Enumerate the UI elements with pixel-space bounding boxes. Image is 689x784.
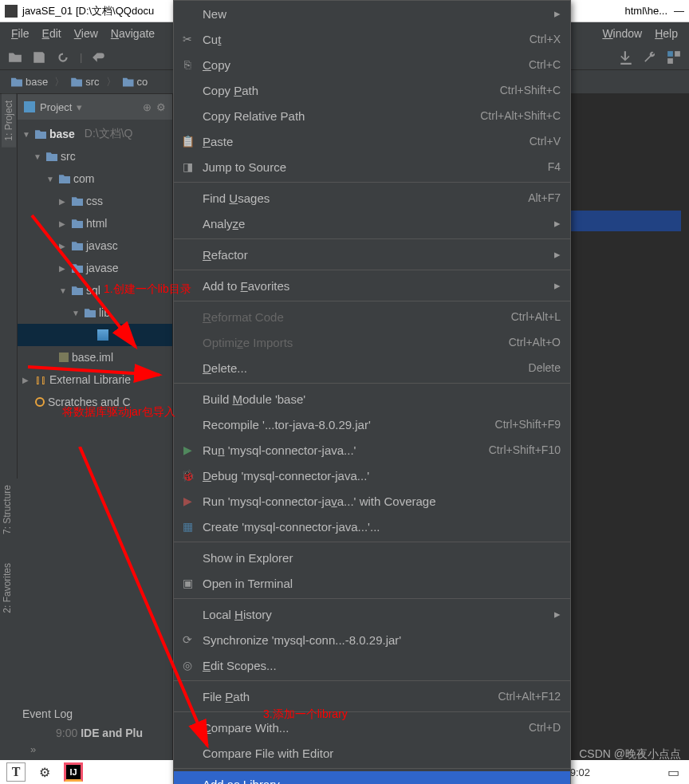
menu-item-icon: ✂ xyxy=(180,32,195,46)
menu-item-label: Analyze xyxy=(203,217,546,230)
settings-icon[interactable]: ⚙ xyxy=(156,101,166,113)
menu-item-label: Refactor xyxy=(203,248,546,262)
structure-icon[interactable] xyxy=(667,50,681,65)
bc-base[interactable]: base xyxy=(6,76,53,88)
menu-item-refactor[interactable]: Refactor▸ xyxy=(174,242,570,267)
svg-rect-0 xyxy=(667,51,673,57)
wrench-icon[interactable] xyxy=(643,50,657,65)
menu-item-label: File Path xyxy=(203,690,490,703)
tree-scratches[interactable]: Scratches and C xyxy=(18,391,172,413)
menu-item-icon xyxy=(180,278,195,293)
menu-item-copy-relative-path[interactable]: Copy Relative PathCtrl+Alt+Shift+C xyxy=(174,103,570,128)
tree-src[interactable]: ▼src xyxy=(18,145,172,167)
collapse-icon[interactable]: ⊕ xyxy=(143,101,152,113)
sb-text-icon[interactable]: T xyxy=(6,762,26,782)
open-icon[interactable] xyxy=(8,50,22,65)
menu-item-label: Copy Path xyxy=(203,84,492,97)
sb-ij-icon[interactable]: IJ xyxy=(64,762,83,782)
tree-external-libraries[interactable]: ▶⫿⫿External Librarie xyxy=(18,368,172,391)
menu-item-edit-scopes[interactable]: ◎Edit Scopes... xyxy=(174,652,570,678)
menu-item-compare-file-with-editor[interactable]: Compare File with Editor xyxy=(174,740,570,766)
menu-item-label: Local History xyxy=(203,608,546,621)
menu-item-icon: ◨ xyxy=(180,160,195,174)
sb-notify-icon[interactable]: ▭ xyxy=(663,762,683,782)
menu-item-icon xyxy=(180,417,195,431)
minimize-icon[interactable]: — xyxy=(674,5,684,17)
sb-gear-icon[interactable]: ⚙ xyxy=(35,762,54,782)
menu-item-run-mysql-connector-java-with-coverage[interactable]: ▶Run 'mysql-connector-java...' with Cove… xyxy=(174,488,570,514)
menu-item-local-history[interactable]: Local History▸ xyxy=(174,601,570,627)
menu-item-paste[interactable]: 📋PasteCtrl+V xyxy=(174,128,570,154)
menu-separator xyxy=(174,383,570,384)
project-path: [D:\文档\QQdocu xyxy=(76,4,154,18)
menu-item-new[interactable]: New▸ xyxy=(174,1,570,26)
tree-com[interactable]: ▼com xyxy=(18,167,172,190)
menu-item-compare-with[interactable]: Compare With...Ctrl+D xyxy=(174,715,570,740)
chevrons-icon[interactable]: » xyxy=(30,743,36,755)
menu-item-icon xyxy=(180,689,195,703)
watermark: CSDN @晚夜小点点 xyxy=(579,747,681,762)
menu-item-icon: ▣ xyxy=(180,576,195,590)
tree-html[interactable]: ▶html xyxy=(18,212,172,234)
menu-item-icon xyxy=(180,335,195,349)
app-icon xyxy=(5,5,18,18)
menu-edit[interactable]: Edit xyxy=(36,27,68,40)
menu-item-icon xyxy=(180,108,195,123)
menu-item-cut[interactable]: ✂CutCtrl+X xyxy=(174,26,570,52)
save-icon[interactable] xyxy=(32,50,46,65)
menu-item-icon xyxy=(180,720,195,735)
tree-css[interactable]: ▶css xyxy=(18,190,172,212)
menu-item-label: Build Module 'base' xyxy=(203,392,561,406)
tree-javase[interactable]: ▶javase xyxy=(18,257,172,279)
menu-item-debug-mysql-connector-java[interactable]: 🐞Debug 'mysql-connector-java...' xyxy=(174,463,570,488)
event-log-title: Event Log xyxy=(22,707,73,720)
folder-icon xyxy=(11,77,22,87)
menu-item-label: Cut xyxy=(203,33,522,46)
tab-favorites[interactable]: 2: Favorites xyxy=(0,557,14,620)
menu-item-recompile-tor-java-8-0-29-jar[interactable]: Recompile '...tor-java-8.0.29.jar'Ctrl+S… xyxy=(174,412,570,437)
menu-item-icon: ▶ xyxy=(180,494,195,508)
menu-shortcut: Ctrl+Shift+C xyxy=(500,84,561,97)
jar-icon xyxy=(97,329,108,341)
menu-item-synchronize-mysql-conn-8-0-29-jar[interactable]: ⟳Synchronize 'mysql-conn...-8.0.29.jar' xyxy=(174,627,570,652)
menu-item-copy[interactable]: ⎘CopyCtrl+C xyxy=(174,52,570,77)
menu-view[interactable]: View xyxy=(68,27,104,40)
menu-item-reformat-code: Reformat CodeCtrl+Alt+L xyxy=(174,304,570,329)
menu-item-icon: ◎ xyxy=(180,658,195,672)
menu-help[interactable]: Help xyxy=(648,27,684,40)
menu-item-label: Delete... xyxy=(203,361,521,375)
menu-file[interactable]: File xyxy=(5,27,36,40)
menu-item-add-as-library[interactable]: Add as Library... xyxy=(174,771,570,784)
menu-item-file-path[interactable]: File PathCtrl+Alt+F12 xyxy=(174,684,570,709)
tree-base-iml[interactable]: base.iml xyxy=(18,346,172,368)
tree-javasc[interactable]: ▶javasc xyxy=(18,234,172,257)
tree-lib[interactable]: ▼lib xyxy=(18,301,172,324)
submenu-arrow-icon: ▸ xyxy=(554,247,561,262)
menu-item-add-to-favorites[interactable]: Add to Favorites▸ xyxy=(174,273,570,298)
menu-item-show-in-explorer[interactable]: Show in Explorer xyxy=(174,545,570,570)
menu-navigate[interactable]: Navigate xyxy=(104,27,161,40)
tab-project[interactable]: 1: Project xyxy=(2,94,16,148)
bc-co[interactable]: co xyxy=(118,76,153,88)
refresh-icon[interactable] xyxy=(56,50,70,65)
download-icon[interactable] xyxy=(619,50,633,65)
menu-window[interactable]: Window xyxy=(596,27,648,40)
menu-item-icon xyxy=(180,550,195,565)
menu-item-delete[interactable]: Delete...Delete xyxy=(174,355,570,380)
menu-item-create-mysql-connector-java[interactable]: ▦Create 'mysql-connector-java...'... xyxy=(174,514,570,539)
tree-base[interactable]: ▼base D:\文档\Q xyxy=(18,123,172,145)
menu-item-jump-to-source[interactable]: ◨Jump to SourceF4 xyxy=(174,154,570,179)
menu-item-build-module-base[interactable]: Build Module 'base' xyxy=(174,386,570,412)
menu-shortcut: Ctrl+C xyxy=(529,58,561,71)
menu-item-find-usages[interactable]: Find UsagesAlt+F7 xyxy=(174,185,570,211)
menu-item-open-in-terminal[interactable]: ▣Open in Terminal xyxy=(174,570,570,596)
undo-icon[interactable] xyxy=(92,50,106,65)
menu-item-run-mysql-connector-java[interactable]: ▶Run 'mysql-connector-java...'Ctrl+Shift… xyxy=(174,437,570,463)
menu-shortcut: Ctrl+Shift+F10 xyxy=(489,443,561,456)
tree-sql[interactable]: ▼sql xyxy=(18,279,172,301)
menu-item-analyze[interactable]: Analyze▸ xyxy=(174,211,570,236)
tab-structure[interactable]: 7: Structure xyxy=(0,479,14,541)
menu-item-copy-path[interactable]: Copy PathCtrl+Shift+C xyxy=(174,77,570,103)
tree-jar-selected[interactable] xyxy=(18,324,172,346)
bc-src[interactable]: src xyxy=(66,76,104,88)
